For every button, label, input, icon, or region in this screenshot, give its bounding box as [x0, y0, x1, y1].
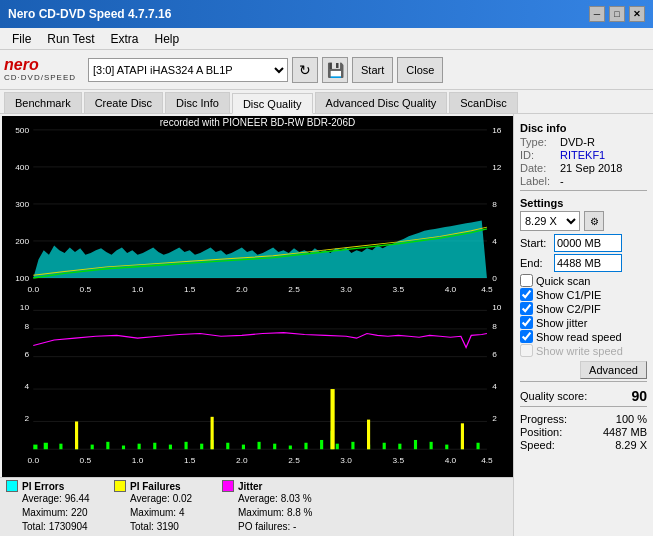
jitter-po: PO failures: -	[238, 520, 322, 534]
svg-text:100: 100	[15, 274, 30, 282]
tab-create-disc[interactable]: Create Disc	[84, 92, 163, 113]
show-c1-label: Show C1/PIE	[536, 289, 601, 301]
chart-svg: 500 400 300 200 100 16 12 8 4 0 0.	[2, 116, 513, 477]
divider-2	[520, 381, 647, 382]
svg-rect-77	[461, 423, 464, 449]
jitter-average: Average: 8.03 %	[238, 492, 322, 506]
show-read-speed-checkbox[interactable]	[520, 330, 533, 343]
save-button[interactable]: 💾	[322, 57, 348, 83]
quality-score-value: 90	[631, 388, 647, 404]
jitter-data: Average: 8.03 % Maximum: 8.8 % PO failur…	[222, 492, 322, 534]
svg-text:4: 4	[492, 237, 497, 245]
svg-rect-52	[185, 442, 188, 449]
start-mb-row: Start:	[520, 234, 647, 252]
menu-file[interactable]: File	[4, 30, 39, 48]
speed-value: 8.29 X	[615, 439, 647, 451]
show-write-speed-label: Show write speed	[536, 345, 623, 357]
tab-disc-info[interactable]: Disc Info	[165, 92, 230, 113]
legend-pi-errors-header: PI Errors	[6, 480, 106, 492]
disc-info-title: Disc info	[520, 122, 647, 134]
type-row: Type: DVD-R	[520, 136, 647, 148]
show-read-speed-label: Show read speed	[536, 331, 622, 343]
date-label: Date:	[520, 162, 560, 174]
drive-select[interactable]: [3:0] ATAPI iHAS324 A BL1P	[88, 58, 288, 82]
chart-area: recorded with PIONEER BD-RW BDR-206D 500…	[2, 116, 513, 477]
svg-text:4.0: 4.0	[445, 285, 457, 293]
svg-text:4.5: 4.5	[481, 285, 493, 293]
position-value: 4487 MB	[603, 426, 647, 438]
svg-text:6: 6	[24, 350, 29, 358]
show-write-speed-row: Show write speed	[520, 344, 647, 357]
svg-text:10: 10	[20, 304, 30, 312]
tab-disc-quality[interactable]: Disc Quality	[232, 93, 313, 114]
main-content: recorded with PIONEER BD-RW BDR-206D 500…	[0, 114, 653, 536]
start-mb-label: Start:	[520, 237, 550, 249]
svg-rect-66	[383, 443, 386, 449]
close-button[interactable]: ✕	[629, 6, 645, 22]
start-mb-input[interactable]	[554, 234, 622, 252]
refresh-button[interactable]: ↻	[292, 57, 318, 83]
speed-select[interactable]: 8.29 X	[520, 211, 580, 231]
progress-section: Progress: 100 % Position: 4487 MB Speed:…	[520, 413, 647, 452]
svg-rect-74	[75, 421, 78, 449]
svg-text:2.0: 2.0	[236, 285, 248, 293]
legend-jitter: Jitter Average: 8.03 % Maximum: 8.8 % PO…	[222, 480, 322, 534]
show-c1-row: Show C1/PIE	[520, 288, 647, 301]
quality-score-label: Quality score:	[520, 390, 587, 402]
svg-rect-59	[289, 446, 292, 450]
legend-jitter-header: Jitter	[222, 480, 322, 492]
svg-rect-69	[430, 442, 433, 449]
svg-rect-43	[44, 443, 48, 449]
speed-options-button[interactable]: ⚙	[584, 211, 604, 231]
speed-setting-row: 8.29 X ⚙	[520, 211, 647, 231]
svg-rect-67	[398, 444, 401, 450]
svg-rect-58	[273, 444, 276, 450]
svg-text:2.0: 2.0	[236, 457, 248, 465]
legend-pi-failures: PI Failures Average: 0.02 Maximum: 4 Tot…	[114, 480, 214, 534]
quick-scan-checkbox[interactable]	[520, 274, 533, 287]
quick-scan-label: Quick scan	[536, 275, 590, 287]
tab-scandisc[interactable]: ScanDisc	[449, 92, 517, 113]
menu-extra[interactable]: Extra	[102, 30, 146, 48]
close-drive-button[interactable]: Close	[397, 57, 443, 83]
show-c2-checkbox[interactable]	[520, 302, 533, 315]
position-row: Position: 4487 MB	[520, 426, 647, 438]
svg-text:10: 10	[492, 304, 502, 312]
pi-errors-color	[6, 480, 18, 492]
menu-run-test[interactable]: Run Test	[39, 30, 102, 48]
svg-text:1.5: 1.5	[184, 285, 196, 293]
end-mb-input[interactable]	[554, 254, 622, 272]
maximize-button[interactable]: □	[609, 6, 625, 22]
svg-rect-63	[336, 444, 339, 450]
id-value: RITEKF1	[560, 149, 605, 161]
menubar: File Run Test Extra Help	[0, 28, 653, 50]
quality-score-row: Quality score: 90	[520, 388, 647, 404]
progress-row: Progress: 100 %	[520, 413, 647, 425]
tab-advanced-disc-quality[interactable]: Advanced Disc Quality	[315, 92, 448, 113]
progress-label: Progress:	[520, 413, 567, 425]
svg-rect-76	[367, 420, 370, 450]
svg-rect-57	[258, 442, 261, 449]
tab-benchmark[interactable]: Benchmark	[4, 92, 82, 113]
show-c1-checkbox[interactable]	[520, 288, 533, 301]
speed-row: Speed: 8.29 X	[520, 439, 647, 451]
pi-failures-max: Maximum: 4	[130, 506, 214, 520]
logo-nero: nero	[4, 57, 76, 73]
id-row: ID: RITEKF1	[520, 149, 647, 161]
svg-text:8: 8	[492, 200, 497, 208]
minimize-button[interactable]: ─	[589, 6, 605, 22]
menu-help[interactable]: Help	[147, 30, 188, 48]
show-jitter-checkbox[interactable]	[520, 316, 533, 329]
pi-failures-data: Average: 0.02 Maximum: 4 Total: 3190	[114, 492, 214, 534]
svg-rect-48	[122, 446, 125, 450]
svg-rect-55	[226, 443, 229, 449]
svg-text:8: 8	[492, 322, 497, 330]
start-button[interactable]: Start	[352, 57, 393, 83]
svg-text:3.5: 3.5	[392, 457, 404, 465]
id-label: ID:	[520, 149, 560, 161]
sidebar: Disc info Type: DVD-R ID: RITEKF1 Date: …	[513, 114, 653, 536]
svg-text:2.5: 2.5	[288, 285, 300, 293]
advanced-button[interactable]: Advanced	[580, 361, 647, 379]
pi-errors-label: PI Errors	[22, 481, 64, 492]
toolbar: nero CD·DVD/SPEED [3:0] ATAPI iHAS324 A …	[0, 50, 653, 90]
